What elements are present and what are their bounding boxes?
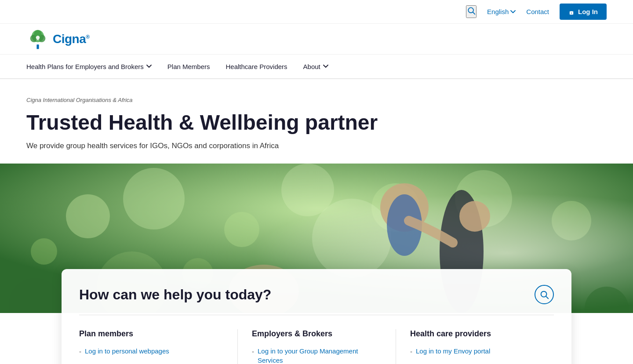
- search-card-title: How can we help you today?: [79, 287, 271, 303]
- hero-subtitle: We provide group health services for IGO…: [26, 142, 607, 150]
- card-plan-members-title: Plan members: [79, 329, 223, 339]
- svg-point-3: [571, 12, 572, 13]
- language-button[interactable]: English: [487, 8, 516, 15]
- language-label: English: [487, 8, 509, 15]
- help-cards-row: Plan members - Log in to personal webpag…: [79, 329, 554, 364]
- cigna-logo-icon: [26, 28, 49, 51]
- card-employers-brokers-title: Employers & Brokers: [252, 329, 382, 339]
- contact-link[interactable]: Contact: [526, 8, 549, 15]
- card-health-care-providers-title: Health care providers: [410, 329, 540, 339]
- nav-item-health-plans[interactable]: Health Plans for Employers and Brokers: [26, 55, 160, 78]
- search-card-header: How can we help you today?: [79, 285, 554, 315]
- nav-item-plan-members[interactable]: Plan Members: [160, 55, 218, 78]
- nav-label-healthcare-providers: Healthcare Providers: [226, 63, 287, 70]
- card-employers-brokers: Employers & Brokers - Log in to your Gro…: [237, 329, 396, 364]
- link-login-envoy-label: Log in to my Envoy portal: [416, 346, 490, 356]
- chevron-down-icon: [323, 65, 328, 68]
- svg-rect-4: [36, 44, 39, 49]
- logo-link[interactable]: Cigna®: [26, 28, 607, 51]
- search-icon: [539, 290, 549, 299]
- nav-item-about[interactable]: About: [295, 55, 336, 78]
- hero-title: Trusted Health & Wellbeing partner: [26, 110, 607, 135]
- login-button[interactable]: Log In: [560, 4, 607, 20]
- chevron-down-icon: [510, 10, 516, 14]
- svg-point-9: [36, 36, 40, 40]
- search-card-icon-button[interactable]: [535, 285, 554, 304]
- main-navigation: Health Plans for Employers and Brokers P…: [0, 55, 633, 79]
- chevron-down-icon: [146, 65, 152, 68]
- link-login-personal[interactable]: - Log in to personal webpages: [79, 346, 223, 356]
- lock-icon: [568, 9, 575, 15]
- hero-text-section: Cigna International Organisations & Afri…: [0, 79, 633, 164]
- top-bar: English Contact Log In: [0, 0, 633, 24]
- breadcrumb: Cigna International Organisations & Afri…: [26, 97, 607, 103]
- card-health-care-providers: Health care providers - Log in to my Env…: [396, 329, 554, 364]
- nav-label-health-plans: Health Plans for Employers and Brokers: [26, 63, 144, 70]
- svg-line-31: [546, 296, 548, 298]
- card-plan-members: Plan members - Log in to personal webpag…: [79, 329, 237, 364]
- search-button[interactable]: [466, 5, 477, 18]
- site-header: Cigna®: [0, 24, 633, 55]
- nav-label-plan-members: Plan Members: [167, 63, 210, 70]
- login-label: Log In: [578, 8, 598, 15]
- link-login-personal-label: Log in to personal webpages: [85, 346, 169, 356]
- logo-text-area: Cigna®: [53, 32, 90, 46]
- link-login-group-label: Log in to your Group Management Services: [258, 346, 382, 364]
- brand-name: Cigna®: [53, 32, 90, 46]
- search-card: How can we help you today? Plan members …: [62, 269, 571, 364]
- nav-item-healthcare-providers[interactable]: Healthcare Providers: [218, 55, 295, 78]
- svg-line-1: [473, 12, 475, 15]
- link-login-group[interactable]: - Log in to your Group Management Servic…: [252, 346, 382, 364]
- nav-label-about: About: [303, 63, 320, 70]
- svg-point-24: [459, 201, 490, 232]
- link-login-envoy[interactable]: - Log in to my Envoy portal: [410, 346, 540, 356]
